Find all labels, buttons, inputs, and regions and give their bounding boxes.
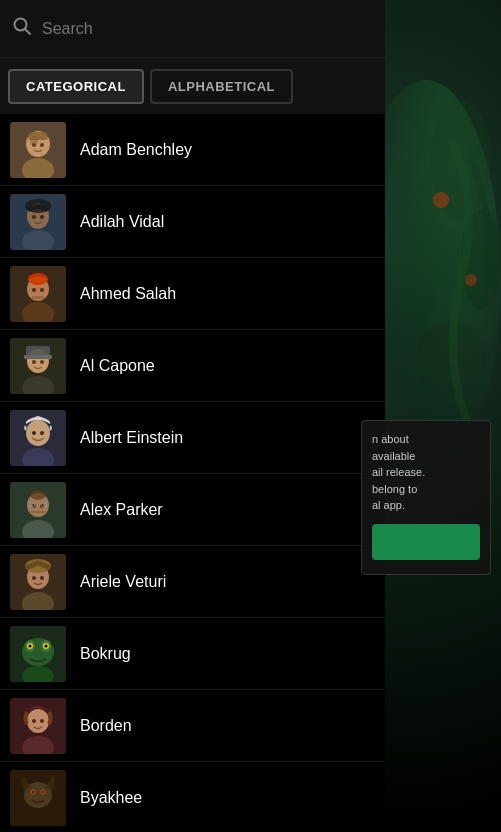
character-item-adam-benchley[interactable]: Adam Benchley (0, 114, 385, 186)
info-text-6: al app. (372, 497, 480, 514)
svg-rect-31 (24, 355, 52, 359)
character-name-adam-benchley: Adam Benchley (80, 141, 192, 159)
info-text-1: n about (372, 431, 480, 448)
svg-point-62 (45, 644, 48, 647)
svg-point-67 (40, 719, 44, 723)
svg-rect-45 (30, 511, 46, 513)
svg-point-25 (40, 288, 44, 292)
avatar-adam-benchley (10, 122, 66, 178)
character-name-adilah-vidal: Adilah Vidal (80, 213, 164, 231)
svg-point-11 (32, 143, 36, 147)
svg-point-42 (30, 490, 46, 500)
avatar-borden (10, 698, 66, 754)
svg-point-33 (40, 360, 44, 364)
character-item-alex-parker[interactable]: Alex Parker (0, 474, 385, 546)
svg-point-3 (433, 192, 449, 208)
svg-point-61 (29, 644, 32, 647)
character-item-adilah-vidal[interactable]: Adilah Vidal (0, 186, 385, 258)
avatar-adilah-vidal (10, 194, 66, 250)
svg-point-66 (32, 719, 36, 723)
svg-point-35 (26, 420, 50, 446)
character-item-borden[interactable]: Borden (0, 690, 385, 762)
character-name-borden: Borden (80, 717, 132, 735)
svg-rect-13 (28, 132, 48, 140)
svg-line-6 (25, 29, 30, 34)
svg-point-53 (40, 576, 44, 580)
svg-point-32 (32, 360, 36, 364)
character-item-albert-einstein[interactable]: Albert Einstein (0, 402, 385, 474)
svg-point-24 (32, 288, 36, 292)
info-popup: n about available ail release. belong to… (361, 420, 491, 575)
svg-point-4 (465, 274, 477, 286)
character-name-ariele-veturi: Ariele Veturi (80, 573, 166, 591)
info-text-5: belong to (372, 481, 480, 498)
character-name-albert-einstein: Albert Einstein (80, 429, 183, 447)
character-name-bokrug: Bokrug (80, 645, 131, 663)
character-name-alex-parker: Alex Parker (80, 501, 163, 519)
svg-point-64 (27, 709, 49, 733)
svg-point-73 (42, 791, 44, 793)
character-item-ahmed-salah[interactable]: Ahmed Salah (0, 258, 385, 330)
character-name-ahmed-salah: Ahmed Salah (80, 285, 176, 303)
avatar-byakhee (10, 770, 66, 826)
info-text-3: ail release. (372, 464, 480, 481)
svg-point-37 (32, 431, 36, 435)
avatar-ariele-veturi (10, 554, 66, 610)
svg-rect-26 (32, 296, 44, 299)
svg-point-52 (32, 576, 36, 580)
character-item-bokrug[interactable]: Bokrug (0, 618, 385, 690)
characters-list[interactable]: Adam Benchley Adilah Vida (0, 114, 385, 832)
tab-bar: CATEGORICAL ALPHABETICAL (0, 58, 385, 114)
info-text-2: available (372, 448, 480, 465)
tab-categorical[interactable]: CATEGORICAL (8, 69, 144, 104)
svg-point-18 (32, 215, 36, 219)
character-name-al-capone: Al Capone (80, 357, 155, 375)
character-item-ariele-veturi[interactable]: Ariele Veturi (0, 546, 385, 618)
search-icon (12, 16, 32, 41)
character-item-al-capone[interactable]: Al Capone (0, 330, 385, 402)
character-item-byakhee[interactable]: Byakhee (0, 762, 385, 832)
avatar-albert-einstein (10, 410, 66, 466)
search-input[interactable] (42, 20, 373, 38)
character-name-byakhee: Byakhee (80, 789, 142, 807)
svg-point-19 (40, 215, 44, 219)
tab-alphabetical[interactable]: ALPHABETICAL (150, 69, 293, 104)
avatar-alex-parker (10, 482, 66, 538)
svg-point-12 (40, 143, 44, 147)
avatar-bokrug (10, 626, 66, 682)
avatar-al-capone (10, 338, 66, 394)
search-bar (0, 0, 385, 58)
list-panel: CATEGORICAL ALPHABETICAL (0, 0, 385, 832)
avatar-ahmed-salah (10, 266, 66, 322)
svg-point-38 (40, 431, 44, 435)
info-popup-button[interactable] (372, 524, 480, 560)
svg-point-72 (32, 791, 34, 793)
